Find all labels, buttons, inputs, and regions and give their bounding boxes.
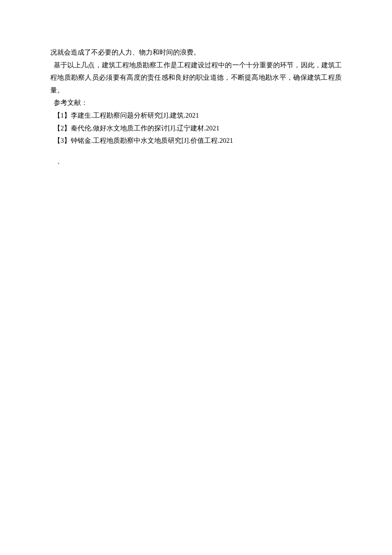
references-heading: 参考文献：: [50, 96, 342, 109]
document-body: 况就会造成了不必要的人力、物力和时间的浪费。 基于以上几点，建筑工程地质勘察工作…: [50, 46, 342, 167]
paragraph-conclusion: 基于以上几点，建筑工程地质勘察工作是工程建设过程中的一个十分重要的环节，因此，建…: [50, 59, 342, 97]
paragraph-continuation: 况就会造成了不必要的人力、物力和时间的浪费。: [50, 46, 342, 59]
stray-mark: 、: [50, 155, 342, 168]
reference-item: 【1】李建生.工程勘察问题分析研究[J].建筑.2021: [50, 109, 342, 122]
reference-item: 【3】钟铭金.工程地质勘察中水文地质研究[J].价值工程.2021: [50, 134, 342, 147]
reference-item: 【2】秦代伦.做好水文地质工作的探讨[J].辽宁建材.2021: [50, 122, 342, 135]
